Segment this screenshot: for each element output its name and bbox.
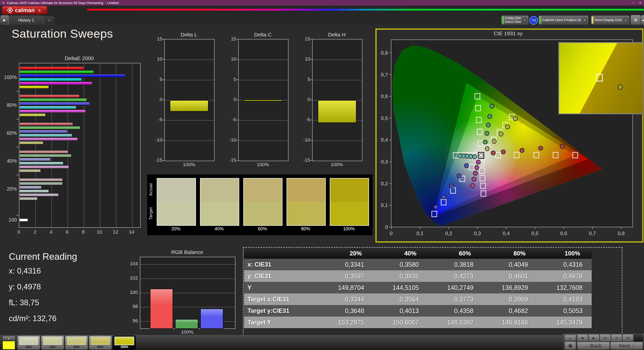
next-chevron-icon: » (632, 343, 634, 348)
display-control-dropdown[interactable]: Direct Display Control ▼ (591, 15, 630, 25)
table-row-label: y: CIE31 (244, 270, 319, 282)
target-color-80% (287, 202, 325, 225)
table-row: Target y:CIE310,36480,40130,43580,46820,… (244, 305, 592, 317)
actual-color-100% (330, 179, 369, 202)
table-cell: 0,3773 (428, 293, 482, 305)
deltae-bar-40%-0 (19, 150, 68, 153)
rgb-gridline (140, 264, 235, 265)
patch-chip-40% (43, 337, 62, 345)
back-label: Back (590, 343, 602, 349)
cie-actual-yellow (492, 139, 496, 144)
table-cell: 0,4358 (428, 305, 482, 317)
pattern-window-toggle[interactable]: ▣ (565, 341, 576, 350)
panel-up-button[interactable]: ▲ (565, 335, 576, 341)
swatch-compare-panel: Actual Target 20%40%60%80%100% (147, 174, 373, 235)
back-button[interactable]: « Back (577, 342, 610, 350)
delta-gridline (313, 60, 362, 60)
svg-text:0,3: 0,3 (381, 159, 388, 164)
delta-gridline (165, 60, 214, 60)
cie-chart-title: CIE 1931 xy (377, 30, 640, 36)
deltae-bar-100%-1 (19, 70, 94, 73)
close-icon[interactable]: ✕ (639, 1, 641, 5)
window-titlebar: Calman 2025 Calman Ultimate for Business… (0, 0, 644, 6)
actual-color-60% (244, 179, 282, 202)
minimize-icon[interactable]: — (631, 1, 634, 5)
meter-indicator (634, 334, 643, 342)
compare-swatch-80% (287, 178, 326, 226)
cie-actual-green (486, 123, 491, 127)
meter-name: X-Rite i1Pro 3 (505, 17, 521, 20)
cie-actual-yellow (499, 132, 503, 136)
patch-button-40%[interactable]: 40% (41, 335, 64, 350)
deltae-bar-20%-4 (19, 193, 59, 196)
deltae-group-label: 60% (0, 130, 17, 136)
patch-button-80%[interactable]: 80% (89, 335, 112, 350)
active-patch-swatch[interactable] (3, 341, 15, 349)
cie-actual-blue (450, 184, 454, 188)
cie-actual-cyan (458, 154, 462, 158)
delta-ytick: 5 (224, 77, 236, 82)
next-button[interactable]: Next » (610, 342, 643, 350)
rainbow-gradient-divider (87, 9, 644, 11)
stop-measure-button[interactable]: ■ (577, 334, 588, 342)
deltae-xtick: 2 (30, 229, 40, 235)
svg-text:0,5: 0,5 (532, 231, 539, 236)
app-bar: calman ▼ (0, 6, 644, 15)
patch-chip-20% (19, 337, 38, 345)
delta-c-title: Delta C (238, 32, 288, 38)
cie-actual-magenta (473, 171, 477, 176)
measurement-table: 20%40%60%80%100%x: CIE310,33410,35800,38… (244, 248, 592, 328)
patch-button-60%[interactable]: 60% (65, 335, 88, 350)
delta-h-title: Delta H (312, 32, 361, 38)
play-icon: ▶ (593, 336, 595, 340)
read-series-button[interactable]: ⊷ (600, 334, 611, 342)
patch-chip-100% (114, 337, 134, 345)
table-cell: 0,3969 (482, 293, 537, 305)
deltae-group-label: 80% (0, 102, 17, 108)
delta-axis-tick (310, 120, 312, 120)
table-cell: 149,8704 (319, 282, 373, 293)
add-tab-button[interactable]: + (44, 16, 54, 24)
rgb-balance-chart (140, 257, 235, 329)
add-icon: + (48, 18, 50, 23)
tab-history-1[interactable]: History 1 (9, 16, 44, 25)
deltae-bar-40%-5 (19, 169, 41, 172)
patch-button-20%[interactable]: 20% (17, 335, 40, 350)
collapse-panel-button[interactable]: ◀ (641, 15, 644, 25)
settings-button[interactable]: ⚙ (630, 15, 641, 25)
table-cell: 148,5392 (428, 317, 482, 328)
delta-ytick: 5 (298, 77, 310, 82)
read-once-button[interactable]: ▶ (588, 334, 599, 342)
patch-strip-up-button[interactable]: ▲ (3, 336, 15, 341)
current-reading-fl: fL: 38,75 (9, 298, 39, 307)
rgb-ytick: 96 (126, 318, 138, 324)
calman-menu-button[interactable]: calman ▼ (2, 6, 47, 14)
delta-ytick: 15 (150, 36, 162, 42)
delta-l-xlabel: 100% (164, 162, 214, 167)
logo-dropdown-arrow-icon[interactable]: ▼ (37, 8, 42, 13)
patch-label: 80% (89, 345, 112, 349)
meter-count-badge[interactable]: 715 (529, 16, 538, 25)
read-continuous-button[interactable]: ∞ (611, 334, 622, 342)
deltae-bar-100-0 (19, 218, 28, 222)
patch-button-100%[interactable]: 100% (113, 335, 136, 350)
table-header-100%: 100% (537, 248, 592, 259)
deltae-axis-tick (16, 91, 19, 92)
delta-gridline (165, 80, 214, 80)
deltae-bar-80%-3 (19, 106, 76, 109)
pattern-source-dropdown[interactable]: CalMAN Client 3 Pattern Generator ▼ (538, 15, 589, 25)
delta-gridline (165, 120, 214, 120)
delta_h-bar (318, 100, 356, 123)
delta-gridline (239, 120, 288, 120)
deltae-bar-80%-4 (19, 110, 86, 113)
square-toggle-icon: ▣ (568, 343, 572, 348)
delta-axis-tick (310, 39, 312, 39)
source-status-accent (540, 17, 541, 24)
history-play-button[interactable]: ▶ (1, 15, 9, 24)
deltae-xtick: 12 (110, 229, 120, 235)
deltae-axis-tick (16, 147, 19, 147)
refresh-button[interactable]: ⟳ (622, 334, 633, 342)
deltae-chart-title: DeltaE 2000 (19, 55, 140, 61)
cie-actual-yellow (485, 147, 489, 151)
meter-dropdown[interactable]: X-Rite i1Pro 3 Direct View ▼ (501, 15, 529, 25)
